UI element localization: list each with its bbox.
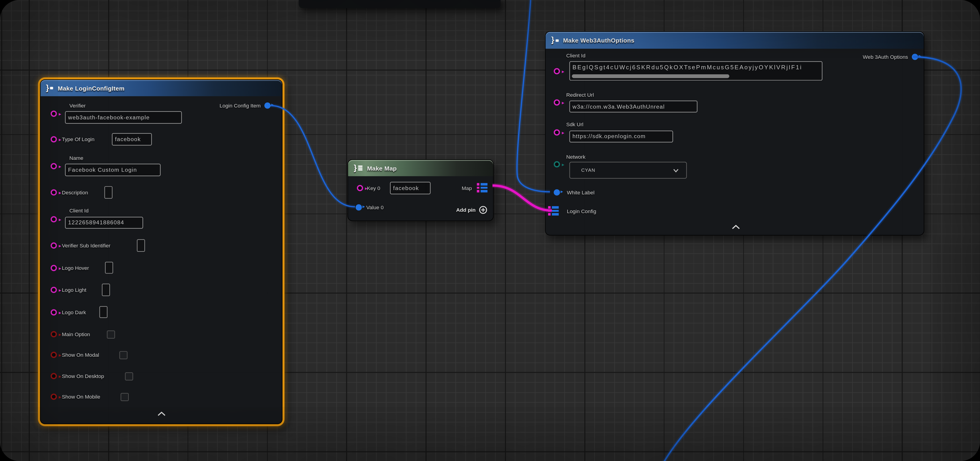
wire-map-to-login-config[interactable] bbox=[493, 186, 552, 210]
show-on-mobile-pin[interactable] bbox=[51, 394, 57, 400]
node-title: Make Map bbox=[367, 165, 397, 172]
show-on-mobile-label: Show On Mobile bbox=[62, 393, 100, 399]
type-of-login-input[interactable]: facebook bbox=[112, 133, 152, 145]
make-map-icon: } bbox=[354, 164, 363, 172]
name-pin[interactable] bbox=[51, 163, 57, 169]
type-of-login-pin[interactable] bbox=[51, 136, 57, 143]
web3auth-options-output-label: Web 3Auth Options bbox=[863, 54, 908, 60]
network-label: Network bbox=[566, 153, 585, 160]
make-struct-icon: } bbox=[551, 37, 558, 44]
logo-hover-input[interactable] bbox=[105, 261, 113, 273]
login-config-label: Login Config bbox=[567, 208, 596, 214]
logo-dark-pin[interactable] bbox=[51, 309, 57, 315]
network-pin[interactable] bbox=[554, 161, 560, 167]
login-config-pin[interactable] bbox=[548, 206, 558, 216]
client-id-label: Client Id bbox=[566, 52, 585, 59]
map-output-pin[interactable] bbox=[477, 183, 487, 192]
login-config-item-output-label: Login Config Item bbox=[220, 102, 261, 109]
collapse-node-button[interactable] bbox=[157, 412, 165, 416]
wire-login-config-item-to-value-0[interactable] bbox=[270, 106, 355, 207]
node-header[interactable]: } Make Map bbox=[348, 160, 493, 176]
sdk-url-input[interactable]: https://sdk.openlogin.com bbox=[570, 130, 673, 142]
client-id-input[interactable]: 1222658941886084 bbox=[65, 216, 143, 229]
show-on-desktop-label: Show On Desktop bbox=[62, 373, 104, 379]
client-id-textarea[interactable]: BEglQSgt4cUWcj6SKRdu5QkOXTsePmMcusG5EAoy… bbox=[570, 61, 822, 81]
collapse-node-button[interactable] bbox=[732, 225, 740, 229]
main-option-label: Main Option bbox=[62, 331, 90, 337]
make-struct-icon: } bbox=[46, 84, 53, 92]
show-on-desktop-checkbox[interactable] bbox=[125, 372, 133, 380]
description-pin[interactable] bbox=[51, 189, 57, 196]
offscreen-node-bottom[interactable] bbox=[299, 0, 501, 8]
show-on-modal-label: Show On Modal bbox=[62, 351, 99, 358]
add-pin-button[interactable] bbox=[479, 205, 487, 214]
show-on-modal-pin[interactable] bbox=[51, 352, 57, 358]
wire-login-config-item-to-value-0[interactable] bbox=[270, 106, 355, 207]
add-pin-label: Add pin bbox=[456, 207, 476, 213]
white-label-label: White Label bbox=[567, 189, 595, 195]
node-title: Make LoginConfigItem bbox=[58, 84, 124, 91]
redirect-url-label: Redirect Url bbox=[566, 92, 594, 98]
value-0-pin[interactable] bbox=[356, 204, 362, 210]
node-header[interactable]: } Make Web3AuthOptions bbox=[546, 32, 924, 49]
node-title: Make Web3AuthOptions bbox=[563, 37, 634, 44]
blueprint-graph-canvas[interactable]: } Make LoginConfigItem Login Config Item… bbox=[0, 0, 980, 461]
value-0-label: Value 0 bbox=[366, 204, 383, 210]
redirect-url-input[interactable]: w3a://com.w3a.Web3AuthUnreal bbox=[570, 101, 697, 113]
verifier-sub-identifier-label: Verifier Sub Identifier bbox=[62, 242, 110, 248]
client-id-value: BEglQSgt4cUWcj6SKRdu5QkOXTsePmMcusG5EAoy… bbox=[573, 64, 821, 71]
white-label-pin[interactable] bbox=[554, 189, 560, 196]
logo-hover-label: Logo Hover bbox=[62, 265, 89, 271]
main-option-pin[interactable] bbox=[51, 331, 57, 337]
make-loginconfigitem-node[interactable]: } Make LoginConfigItem Login Config Item… bbox=[40, 79, 282, 424]
show-on-modal-checkbox[interactable] bbox=[119, 351, 127, 359]
verifier-sub-identifier-pin[interactable] bbox=[51, 242, 57, 248]
verifier-input[interactable]: web3auth-facebook-example bbox=[65, 111, 182, 123]
network-dropdown[interactable]: CYAN bbox=[570, 162, 687, 179]
name-label: Name bbox=[69, 155, 83, 161]
key-0-pin[interactable] bbox=[357, 185, 363, 191]
client-id-pin[interactable] bbox=[554, 68, 560, 74]
show-on-mobile-checkbox[interactable] bbox=[120, 393, 129, 401]
type-of-login-label: Type Of Login bbox=[62, 136, 94, 142]
logo-dark-input[interactable] bbox=[99, 306, 108, 318]
key-0-input[interactable]: facebook bbox=[390, 182, 431, 194]
make-web3authoptions-node[interactable]: } Make Web3AuthOptions Web 3Auth Options… bbox=[545, 31, 924, 235]
map-output-label: Map bbox=[461, 184, 472, 191]
verifier-pin[interactable] bbox=[51, 111, 57, 117]
web3auth-options-output-pin[interactable] bbox=[912, 54, 918, 60]
description-input[interactable] bbox=[104, 186, 113, 198]
logo-hover-pin[interactable] bbox=[51, 265, 57, 271]
network-value: CYAN bbox=[581, 167, 595, 173]
logo-dark-label: Logo Dark bbox=[62, 309, 86, 315]
name-input[interactable]: Facebook Custom Login bbox=[65, 164, 161, 176]
description-label: Description bbox=[62, 189, 88, 195]
sdk-url-label: Sdk Url bbox=[566, 121, 583, 127]
redirect-url-pin[interactable] bbox=[554, 99, 560, 105]
wire-map-to-login-config[interactable] bbox=[493, 186, 552, 210]
client-id-label: Client Id bbox=[69, 207, 89, 213]
sdk-url-pin[interactable] bbox=[554, 129, 560, 136]
logo-light-pin[interactable] bbox=[51, 287, 57, 293]
logo-light-input[interactable] bbox=[102, 283, 110, 296]
verifier-label: Verifier bbox=[69, 102, 86, 109]
key-0-label: Key 0 bbox=[367, 184, 380, 191]
chevron-down-icon bbox=[673, 169, 679, 172]
client-id-pin[interactable] bbox=[51, 216, 57, 222]
show-on-desktop-pin[interactable] bbox=[51, 373, 57, 379]
make-map-node[interactable]: } Make Map Key 0 facebook Map Value 0 Ad… bbox=[347, 159, 494, 221]
verifier-sub-identifier-input[interactable] bbox=[137, 239, 145, 251]
client-id-scrollbar[interactable] bbox=[572, 74, 729, 78]
main-option-checkbox[interactable] bbox=[107, 330, 115, 339]
node-header[interactable]: } Make LoginConfigItem bbox=[40, 80, 282, 96]
login-config-item-output-pin[interactable] bbox=[264, 102, 270, 109]
logo-light-label: Logo Light bbox=[62, 286, 86, 293]
